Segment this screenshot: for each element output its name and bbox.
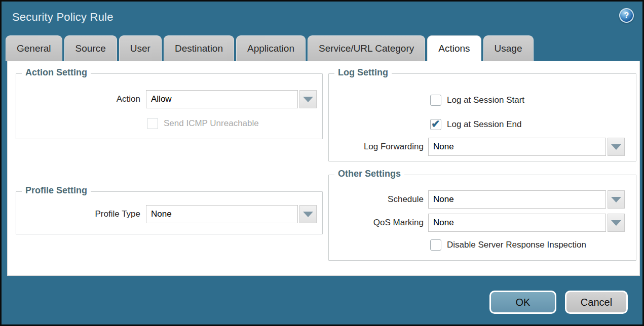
profile-type-label: Profile Type [16, 205, 140, 223]
disable-server-response-inspection-checkbox[interactable] [430, 239, 441, 251]
tab-usage[interactable]: Usage [483, 35, 534, 61]
dialog-title: Security Policy Rule [12, 11, 113, 24]
action-dropdown-value[interactable]: Allow [146, 90, 298, 108]
action-setting-group: Action Setting Action Allow Send ICMP Un… [16, 73, 323, 139]
action-dropdown-button[interactable] [299, 90, 317, 108]
tab-actions[interactable]: Actions [427, 35, 481, 61]
qos-marking-label: QoS Marking [329, 214, 424, 232]
qos-marking-dropdown-button[interactable] [608, 214, 625, 232]
log-setting-group: Log Setting Log at Session Start Log at … [328, 73, 636, 161]
actions-tab-panel: Action Setting Action Allow Send ICMP Un… [7, 61, 640, 276]
action-setting-legend: Action Setting [22, 67, 91, 78]
other-settings-group: Other Settings Schedule None QoS Marking… [328, 175, 636, 261]
log-forwarding-dropdown-value[interactable]: None [428, 138, 606, 156]
qos-marking-dropdown-value[interactable]: None [428, 214, 606, 232]
schedule-dropdown-value[interactable]: None [428, 190, 606, 209]
chevron-down-icon [611, 220, 621, 226]
tab-general[interactable]: General [6, 35, 62, 61]
tab-bar: General Source User Destination Applicat… [6, 35, 534, 61]
chevron-down-icon [303, 97, 313, 102]
tab-application[interactable]: Application [236, 35, 306, 61]
schedule-label: Schedule [329, 190, 424, 209]
tab-source[interactable]: Source [64, 35, 117, 61]
profile-setting-group: Profile Setting Profile Type None [16, 191, 323, 234]
profile-type-dropdown-button[interactable] [299, 205, 317, 223]
log-forwarding-dropdown-button[interactable] [608, 138, 625, 156]
help-icon[interactable]: ? [619, 8, 634, 23]
chevron-down-icon [611, 197, 621, 202]
send-icmp-unreachable-checkbox [147, 118, 158, 129]
log-setting-legend: Log Setting [334, 67, 392, 78]
schedule-dropdown-button[interactable] [608, 190, 625, 209]
send-icmp-unreachable-label: Send ICMP Unreachable [164, 118, 259, 129]
titlebar: Security Policy Rule ? [2, 2, 642, 34]
action-label: Action [16, 90, 140, 108]
tab-service-url-category[interactable]: Service/URL Category [308, 35, 425, 61]
profile-type-dropdown-value[interactable]: None [146, 205, 298, 223]
ok-button[interactable]: OK [489, 291, 556, 314]
chevron-down-icon [611, 144, 621, 150]
disable-server-response-inspection-label: Disable Server Response Inspection [447, 239, 586, 251]
log-at-session-start-checkbox[interactable] [430, 95, 441, 106]
help-icon-glyph: ? [624, 11, 629, 20]
tab-user[interactable]: User [119, 35, 162, 61]
profile-setting-legend: Profile Setting [22, 185, 91, 196]
chevron-down-icon [303, 212, 313, 217]
tab-destination[interactable]: Destination [164, 35, 234, 61]
cancel-button[interactable]: Cancel [565, 291, 628, 314]
log-forwarding-label: Log Forwarding [329, 138, 424, 156]
log-at-session-start-label: Log at Session Start [447, 95, 524, 106]
security-policy-rule-dialog: Security Policy Rule ? General Source Us… [0, 0, 644, 326]
log-at-session-end-checkbox[interactable] [430, 119, 441, 130]
log-at-session-end-label: Log at Session End [447, 119, 521, 130]
other-settings-legend: Other Settings [334, 169, 404, 179]
